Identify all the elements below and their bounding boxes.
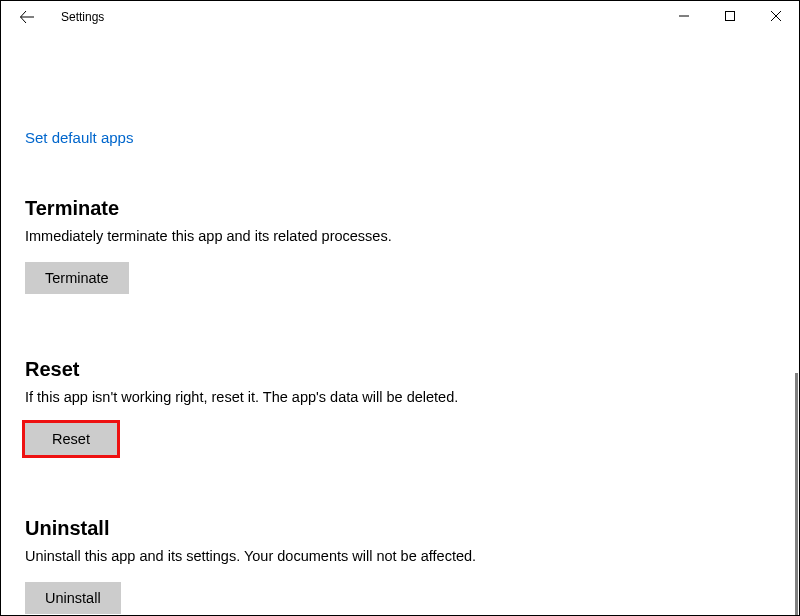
terminate-section: Terminate Immediately terminate this app… [25, 197, 775, 294]
set-default-apps-link[interactable]: Set default apps [25, 129, 133, 146]
reset-heading: Reset [25, 358, 775, 381]
uninstall-button[interactable]: Uninstall [25, 582, 121, 614]
terminate-button[interactable]: Terminate [25, 262, 129, 294]
back-button[interactable] [11, 1, 43, 33]
svg-rect-1 [726, 12, 735, 21]
window-title: Settings [61, 10, 104, 24]
reset-description: If this app isn't working right, reset i… [25, 389, 775, 405]
maximize-button[interactable] [707, 1, 753, 31]
minimize-button[interactable] [661, 1, 707, 31]
reset-section: Reset If this app isn't working right, r… [25, 358, 775, 455]
terminate-description: Immediately terminate this app and its r… [25, 228, 775, 244]
window-controls [661, 1, 799, 31]
maximize-icon [725, 11, 735, 21]
uninstall-description: Uninstall this app and its settings. You… [25, 548, 775, 564]
minimize-icon [679, 11, 689, 21]
terminate-heading: Terminate [25, 197, 775, 220]
close-button[interactable] [753, 1, 799, 31]
close-icon [771, 11, 781, 21]
uninstall-section: Uninstall Uninstall this app and its set… [25, 517, 775, 614]
back-arrow-icon [19, 9, 35, 25]
titlebar: Settings [1, 1, 799, 33]
uninstall-heading: Uninstall [25, 517, 775, 540]
scrollbar[interactable] [795, 373, 798, 615]
reset-button[interactable]: Reset [25, 423, 117, 455]
content-area: Set default apps Terminate Immediately t… [1, 33, 799, 614]
